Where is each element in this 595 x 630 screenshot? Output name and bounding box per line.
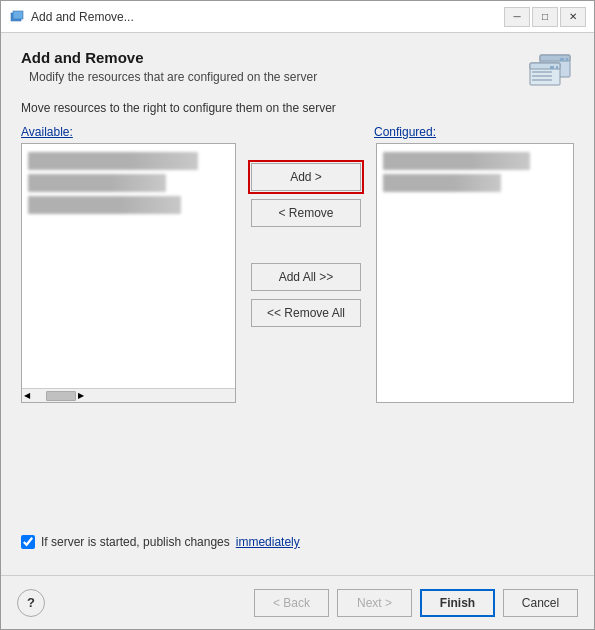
help-button[interactable]: ? (17, 589, 45, 617)
available-item-1 (28, 152, 198, 170)
close-button[interactable]: ✕ (560, 7, 586, 27)
svg-rect-7 (530, 63, 560, 69)
main-window: Add and Remove... ─ □ ✕ Add and Remove M… (0, 0, 595, 630)
window-controls: ─ □ ✕ (504, 7, 586, 27)
add-all-button[interactable]: Add All >> (251, 263, 361, 291)
remove-all-button[interactable]: << Remove All (251, 299, 361, 327)
finish-button[interactable]: Finish (420, 589, 495, 617)
back-button[interactable]: < Back (254, 589, 329, 617)
middle-controls: Add > < Remove Add All >> << Remove All (236, 143, 376, 525)
svg-rect-5 (566, 58, 568, 61)
remove-button[interactable]: < Remove (251, 199, 361, 227)
transfer-area: ◀ ▶ Add > < Remove Add All >> << Remove … (21, 143, 574, 525)
title-bar: Add and Remove... ─ □ ✕ (1, 1, 594, 33)
configured-label: Configured: (374, 125, 574, 139)
maximize-button[interactable]: □ (532, 7, 558, 27)
scroll-thumb[interactable] (46, 391, 76, 401)
content-area: Add and Remove Modify the resources that… (1, 33, 594, 575)
window-icon (9, 9, 25, 25)
svg-rect-12 (532, 79, 552, 81)
scroll-left-icon[interactable]: ◀ (22, 391, 32, 400)
instruction-text: Move resources to the right to configure… (21, 101, 574, 115)
header-text: Add and Remove Modify the resources that… (21, 49, 526, 98)
page-subtitle: Modify the resources that are configured… (29, 70, 526, 84)
configured-list[interactable] (376, 143, 574, 403)
bottom-bar: ? < Back Next > Finish Cancel (1, 575, 594, 629)
column-labels: Available: Configured: (21, 125, 574, 139)
server-icon (526, 49, 574, 93)
svg-rect-9 (556, 66, 558, 69)
svg-rect-4 (560, 58, 564, 61)
svg-rect-8 (550, 66, 554, 69)
checkbox-label-start: If server is started, publish changes (41, 535, 230, 549)
window-title: Add and Remove... (31, 10, 504, 24)
svg-rect-3 (540, 55, 570, 61)
page-title: Add and Remove (21, 49, 526, 66)
available-item-2 (28, 174, 166, 192)
available-item-3 (28, 196, 181, 214)
checkbox-label-link[interactable]: immediately (236, 535, 300, 549)
available-list[interactable]: ◀ ▶ (21, 143, 236, 403)
svg-rect-1 (13, 11, 23, 19)
configured-item-1 (383, 152, 530, 170)
checkbox-row: If server is started, publish changes im… (21, 535, 574, 549)
svg-rect-10 (532, 71, 552, 73)
next-button[interactable]: Next > (337, 589, 412, 617)
add-button[interactable]: Add > (251, 163, 361, 191)
publish-checkbox[interactable] (21, 535, 35, 549)
scroll-right-icon[interactable]: ▶ (76, 391, 86, 400)
configured-item-2 (383, 174, 501, 192)
available-label: Available: (21, 125, 236, 139)
header-row: Add and Remove Modify the resources that… (21, 49, 574, 101)
available-scrollbar[interactable]: ◀ ▶ (22, 388, 235, 402)
cancel-button[interactable]: Cancel (503, 589, 578, 617)
svg-rect-11 (532, 75, 552, 77)
minimize-button[interactable]: ─ (504, 7, 530, 27)
